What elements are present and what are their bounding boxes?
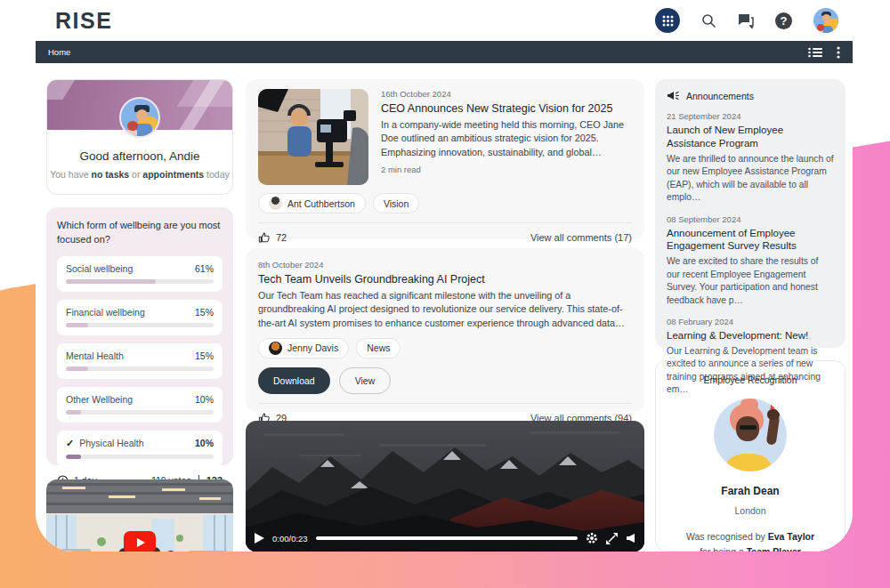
tag-chip-vision[interactable]: Vision bbox=[373, 193, 419, 213]
list-view-icon[interactable] bbox=[808, 47, 822, 58]
video-play-icon[interactable] bbox=[255, 533, 264, 544]
article-body: In a company-wide meeting held this morn… bbox=[381, 118, 632, 159]
nav-home-link[interactable]: Home bbox=[48, 47, 70, 57]
top-navbar: Home bbox=[36, 41, 853, 63]
poll-option-mental[interactable]: Mental Health15% bbox=[57, 343, 222, 379]
view-comments-link[interactable]: View all comments (17) bbox=[530, 232, 632, 243]
chat-icon[interactable] bbox=[738, 13, 754, 28]
help-icon[interactable]: ? bbox=[775, 12, 792, 29]
recognition-name: Farah Dean bbox=[667, 485, 834, 497]
author-avatar bbox=[269, 197, 282, 210]
wellbeing-poll: Which form of wellbeing are you most foc… bbox=[46, 207, 233, 465]
app-window: RISE ? Home bbox=[36, 0, 853, 552]
office-video-thumbnail[interactable] bbox=[46, 479, 233, 552]
poll-question: Which form of wellbeing are you most foc… bbox=[57, 219, 222, 247]
recognition-line2: for being a Team Player bbox=[667, 546, 834, 552]
content-area: Good afternoon, Andie You have no tasks … bbox=[36, 63, 853, 552]
search-icon[interactable] bbox=[701, 13, 716, 28]
article-card-ceo-vision[interactable]: 16th October 2024 CEO Announces New Stra… bbox=[246, 79, 644, 239]
article-date: 16th October 2024 bbox=[381, 89, 632, 99]
announcement-item[interactable]: 21 September 2024 Launch of New Employee… bbox=[667, 111, 834, 205]
announcement-item[interactable]: 08 September 2024 Announcement of Employ… bbox=[667, 214, 834, 308]
author-avatar bbox=[269, 342, 282, 355]
rise-logo: RISE bbox=[55, 8, 112, 34]
article-read-time: 2 min read bbox=[381, 165, 632, 174]
announcements-panel: Announcements 21 September 2024 Launch o… bbox=[655, 79, 846, 348]
article-title[interactable]: Tech Team Unveils Groundbreaking AI Proj… bbox=[258, 273, 632, 286]
poll-option-social[interactable]: Social wellbeing61% bbox=[57, 256, 222, 292]
recognition-line1: Was recognised by Eva Taylor bbox=[667, 531, 834, 542]
article-card-ai-project[interactable]: 8th October 2024 Tech Team Unveils Groun… bbox=[246, 248, 644, 412]
author-chip[interactable]: Jenny Davis bbox=[258, 338, 349, 358]
article-image bbox=[258, 89, 368, 185]
video-settings-icon[interactable] bbox=[586, 532, 598, 544]
recognition-avatar bbox=[714, 399, 787, 471]
poll-option-financial[interactable]: Financial wellbeing15% bbox=[57, 300, 222, 335]
author-chip[interactable]: Ant Cuthbertson bbox=[258, 193, 366, 213]
video-progress-bar[interactable] bbox=[316, 536, 578, 540]
announcements-title: Announcements bbox=[686, 91, 754, 101]
greeting-subtext: You have no tasks or appointments today bbox=[47, 169, 232, 180]
megaphone-icon bbox=[667, 90, 680, 101]
thumbs-up-icon bbox=[258, 231, 271, 244]
poll-option-physical[interactable]: ✓Physical Health10% bbox=[57, 431, 222, 467]
article-title[interactable]: CEO Announces New Strategic Vision for 2… bbox=[381, 102, 632, 115]
recognition-location: London bbox=[667, 505, 834, 516]
tag-chip-news[interactable]: News bbox=[356, 338, 400, 358]
download-button[interactable]: Download bbox=[258, 367, 330, 394]
kebab-menu-icon[interactable] bbox=[837, 46, 840, 59]
video-time: 0:00/0:23 bbox=[272, 534, 308, 544]
article-body: Our Tech Team has reached a significant … bbox=[258, 289, 632, 330]
poll-option-other[interactable]: Other Wellbeing10% bbox=[57, 387, 222, 423]
video-volume-icon[interactable] bbox=[626, 533, 635, 544]
apps-grid-icon[interactable] bbox=[655, 8, 680, 33]
article-date: 8th October 2024 bbox=[258, 260, 632, 270]
video-controls: 0:00/0:23 bbox=[255, 532, 635, 544]
greeting-card: Good afternoon, Andie You have no tasks … bbox=[46, 79, 233, 195]
video-fullscreen-icon[interactable] bbox=[606, 533, 618, 544]
greeting-title: Good afternoon, Andie bbox=[47, 149, 232, 163]
like-button[interactable]: 72 bbox=[258, 231, 287, 244]
view-button[interactable]: View bbox=[339, 367, 392, 394]
video-player[interactable]: 0:00/0:23 bbox=[246, 421, 644, 552]
check-icon: ✓ bbox=[66, 438, 74, 449]
user-avatar[interactable] bbox=[813, 8, 838, 33]
app-header: RISE ? bbox=[36, 0, 853, 41]
youtube-play-button[interactable] bbox=[124, 531, 156, 552]
greeting-avatar bbox=[119, 97, 160, 138]
